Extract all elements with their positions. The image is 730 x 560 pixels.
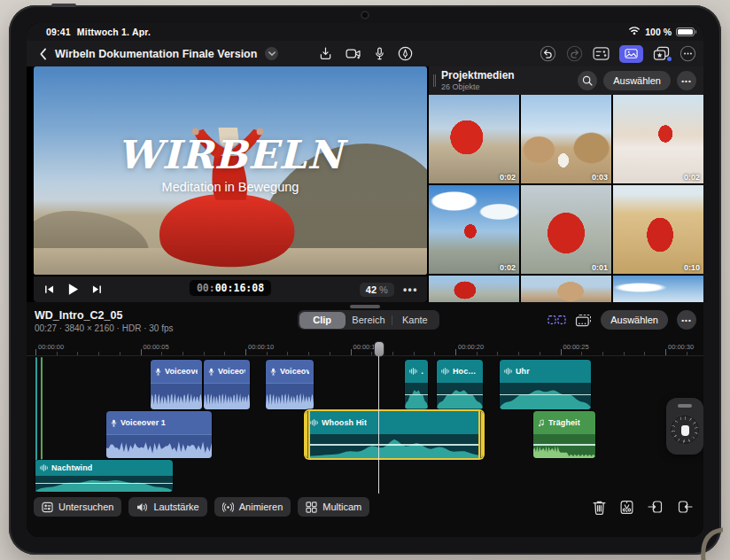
undo-button[interactable]	[540, 45, 556, 62]
playhead-handle[interactable]	[375, 342, 384, 356]
timeline-resize-handle[interactable]	[350, 305, 380, 308]
camera-button[interactable]	[346, 48, 361, 59]
back-button[interactable]	[39, 48, 47, 60]
timeline-ruler[interactable]: 00:00:0000:00:0500:00:1000:00:1500:00:20…	[27, 342, 703, 356]
filmstrip-view-icon[interactable]	[575, 314, 592, 327]
media-thumbnail[interactable]: 0:10	[613, 185, 703, 274]
timeline-clip[interactable]: Voiceover 1	[106, 411, 212, 458]
ruler-tick	[497, 352, 498, 355]
ruler-tick	[287, 352, 288, 355]
panel-drag-handle[interactable]	[433, 74, 436, 87]
delete-icon[interactable]	[593, 500, 606, 515]
timeline-tracks: Voiceover 2Voiceover 2Voiceover 3…Hoc…Uh…	[27, 357, 703, 494]
ruler-label: 00:00:10	[248, 343, 274, 351]
media-thumbnail[interactable]	[613, 276, 703, 302]
project-menu-button[interactable]	[265, 47, 278, 60]
redo-button[interactable]	[566, 45, 583, 62]
jog-dial[interactable]	[671, 416, 699, 444]
ruler-tick	[518, 352, 519, 355]
ruler-tick	[477, 352, 478, 355]
timeline-clip[interactable]: Voiceover 3	[266, 360, 314, 409]
clip-header: …	[405, 360, 428, 383]
tab-bereich[interactable]: Bereich	[346, 312, 392, 329]
wave-icon	[504, 368, 512, 375]
timecode-display[interactable]: 00:00:16:08	[190, 280, 271, 296]
volume-line[interactable]	[405, 394, 428, 396]
animieren-button[interactable]: Animieren	[214, 497, 291, 517]
ruler-tick	[434, 352, 435, 355]
edit-mode-tabs: ClipBereichKante	[298, 310, 439, 330]
media-browser-button[interactable]	[619, 45, 643, 63]
volume-line[interactable]	[306, 444, 483, 446]
connect-clips-icon[interactable]	[548, 314, 566, 326]
effects-button[interactable]	[653, 46, 670, 61]
media-thumbnail[interactable]: 0:02	[429, 185, 519, 274]
video-preview[interactable]: WIRBELN Meditation in Bewegung	[34, 66, 427, 275]
timeline-clip[interactable]: Nachtwind	[35, 460, 173, 492]
jog-wheel[interactable]	[666, 398, 703, 455]
media-thumbnail[interactable]	[521, 276, 611, 302]
wave-icon	[441, 368, 449, 375]
media-thumbnail[interactable]: 0:02	[429, 95, 519, 183]
ruler-tick	[624, 352, 625, 355]
overwrite-icon[interactable]	[677, 500, 693, 514]
timeline-clip[interactable]: Uhr	[500, 360, 591, 409]
thumbnail-duration: 0:02	[500, 263, 516, 272]
volume-line[interactable]	[500, 394, 591, 396]
ruler-tick	[581, 352, 582, 355]
volume-line[interactable]	[35, 483, 173, 485]
media-thumbnail[interactable]: 0:03	[521, 95, 611, 183]
ruler-tick	[141, 349, 142, 355]
timeline-clip[interactable]: Voiceover 2	[151, 360, 202, 409]
untersuchen-button[interactable]: Untersuchen	[34, 497, 121, 517]
tab-kante[interactable]: Kante	[392, 312, 438, 329]
export-button[interactable]	[319, 47, 332, 60]
clip-label: Voiceover 2	[165, 367, 198, 376]
volume-line[interactable]	[437, 394, 483, 396]
timeline-clip[interactable]: Trägheit	[533, 411, 595, 458]
clip-waveform	[533, 434, 595, 458]
ruler-tick	[204, 352, 205, 355]
media-more-button[interactable]: •••	[677, 71, 696, 90]
media-thumbnail[interactable]: 0:01	[521, 185, 611, 274]
timeline-clip[interactable]: …	[405, 360, 428, 409]
skip-to-start-button[interactable]	[44, 284, 54, 294]
microphone-button[interactable]	[375, 47, 384, 60]
animate-icon	[222, 502, 234, 513]
tool-label: Lautstärke	[153, 502, 198, 512]
blade-cut-icon[interactable]	[619, 500, 634, 515]
multicam-button[interactable]: Multicam	[298, 497, 369, 517]
status-time: 09:41	[46, 27, 71, 37]
timeline-select-button[interactable]: Auswählen	[601, 310, 668, 330]
tab-clip[interactable]: Clip	[299, 312, 346, 329]
search-button[interactable]	[578, 71, 597, 90]
inspector-toggle-button[interactable]	[593, 47, 610, 60]
pencil-tools-button[interactable]	[398, 46, 413, 61]
clip-waveform	[306, 434, 483, 458]
timeline-clip[interactable]: Hoc…	[437, 360, 483, 409]
media-thumbnail[interactable]: 0:02	[613, 95, 703, 183]
media-thumbnail[interactable]	[429, 276, 519, 302]
volume-line[interactable]	[533, 444, 595, 446]
clip-header: Voiceover 1	[106, 411, 212, 434]
zoom-value: 42	[366, 284, 377, 295]
timeline-more-button[interactable]: •••	[677, 310, 696, 330]
more-button[interactable]	[680, 45, 696, 62]
timeline-clip[interactable]: Whoosh Hit	[306, 411, 483, 458]
ruler-tick	[57, 352, 58, 355]
clip-header: Whoosh Hit	[306, 411, 483, 434]
playhead[interactable]	[374, 342, 384, 494]
ruler-tick	[414, 352, 415, 355]
insert-icon[interactable]	[648, 500, 664, 514]
timeline-clip[interactable]: Voiceover 2	[204, 360, 250, 409]
clip-header: Trägheit	[533, 411, 595, 434]
tool-label: Untersuchen	[58, 502, 113, 512]
skip-to-end-button[interactable]	[92, 284, 102, 294]
mic-icon	[111, 419, 117, 427]
zoom-level-button[interactable]: 42 %	[360, 283, 394, 297]
viewer-more-button[interactable]: •••	[403, 284, 418, 296]
lautstärke-button[interactable]: Lautstärke	[128, 497, 206, 517]
media-select-button[interactable]: Auswählen	[603, 71, 671, 90]
ruler-tick	[371, 352, 372, 355]
play-button[interactable]	[67, 283, 79, 296]
